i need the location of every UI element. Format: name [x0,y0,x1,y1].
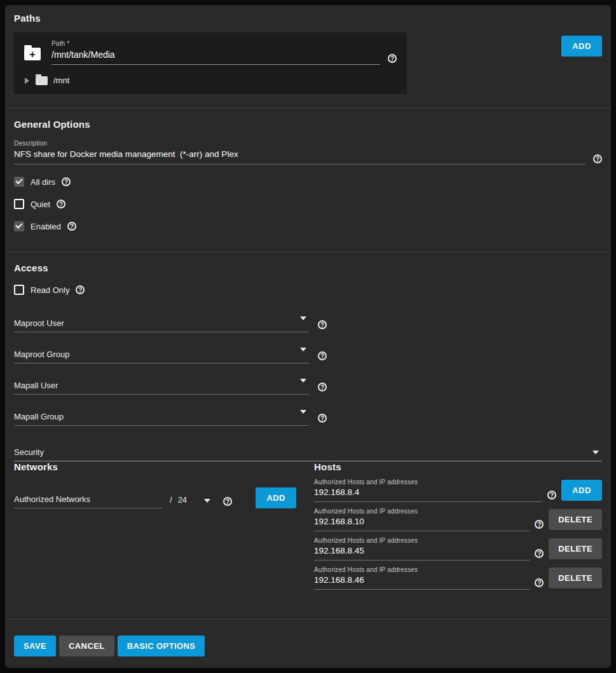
host-field-value[interactable]: 192.168.8.46 [314,575,530,590]
tree-node-mnt[interactable]: /mnt [24,76,397,85]
description-input[interactable]: Description NFS share for Docker media m… [14,140,585,165]
paths-section: Paths Path * /mnt/tank/Media /mnt [5,5,611,109]
host-field-label: Authorized Hosts and IP addresses [314,508,530,515]
host-field-value[interactable]: 192.168.8.45 [314,546,530,561]
readonly-label: Read Only [31,285,69,295]
networks-add-button[interactable]: ADD [256,487,296,508]
mapall-user-row: Mapall User [14,376,602,395]
host-field-label: Authorized Hosts and IP addresses [314,479,542,486]
folder-add-icon[interactable] [24,48,41,60]
networks-hosts-section: Networks Authorized Networks / 24 ADD Ho… [5,453,611,620]
help-icon[interactable] [76,285,85,294]
path-picker-panel: Path * /mnt/tank/Media /mnt [14,32,407,94]
maproot-user-row: Maproot User [14,313,602,332]
chevron-down-icon[interactable] [300,410,306,414]
host-input[interactable]: Authorized Hosts and IP addresses 192.16… [314,566,530,590]
general-options-section: General Options Description NFS share fo… [5,109,611,252]
host-field-label: Authorized Hosts and IP addresses [314,566,530,573]
hosts-add-button[interactable]: ADD [561,480,602,501]
help-icon[interactable] [593,154,602,163]
mapall-group-label: Mapall Group [14,412,64,425]
help-icon[interactable] [388,54,397,63]
help-icon[interactable] [547,491,556,500]
help-icon[interactable] [318,383,327,391]
readonly-checkbox[interactable] [14,285,24,295]
paths-add-button[interactable]: ADD [561,36,602,57]
host-input[interactable]: Authorized Hosts and IP addresses 192.16… [314,479,542,502]
authorized-networks-input[interactable]: Authorized Networks [14,494,163,508]
host-delete-button[interactable]: DELETE [549,568,602,588]
mapall-user-label: Mapall User [14,381,58,394]
maproot-user-select[interactable]: Maproot User [14,313,309,332]
enabled-checkbox-row: Enabled [14,221,602,231]
host-input[interactable]: Authorized Hosts and IP addresses 192.16… [314,508,530,531]
description-value[interactable]: NFS share for Docker media management (*… [14,149,585,165]
screen: Paths Path * /mnt/tank/Media /mnt [0,0,616,673]
security-label: Security [14,447,44,461]
nfs-share-form-card: Paths Path * /mnt/tank/Media /mnt [5,5,611,668]
help-icon[interactable] [62,177,71,186]
netmask-separator: / [170,495,172,505]
hosts-column: Hosts Authorized Hosts and IP addresses … [314,461,602,619]
tree-node-label: /mnt [53,76,69,85]
tree-expand-icon[interactable] [25,78,29,84]
quiet-checkbox-row: Quiet [14,199,602,209]
folder-icon [36,76,48,85]
authorized-networks-row: Authorized Networks / 24 ADD [14,487,314,508]
host-input[interactable]: Authorized Hosts and IP addresses 192.16… [314,537,530,561]
description-label: Description [14,140,585,147]
chevron-down-icon[interactable] [592,451,599,454]
alldirs-checkbox[interactable] [14,177,24,187]
enabled-checkbox[interactable] [14,221,24,231]
chevron-down-icon[interactable] [300,348,306,351]
help-icon[interactable] [318,351,327,360]
security-select[interactable]: Security [14,438,602,461]
authorized-networks-label: Authorized Networks [14,494,163,508]
mapall-group-row: Mapall Group [14,407,602,426]
alldirs-label: All dirs [31,177,55,187]
chevron-down-icon[interactable] [300,316,306,320]
quiet-checkbox[interactable] [14,199,24,209]
host-delete-button[interactable]: DELETE [549,538,602,559]
networks-title: Networks [14,461,314,472]
help-icon[interactable] [318,320,327,329]
general-options-title: General Options [14,119,602,130]
host-row: Authorized Hosts and IP addresses 192.16… [314,537,602,561]
host-field-value[interactable]: 192.168.8.10 [314,517,530,531]
save-button[interactable]: SAVE [14,636,56,656]
host-row: Authorized Hosts and IP addresses 192.16… [314,566,602,590]
path-input[interactable]: Path * /mnt/tank/Media [51,40,380,65]
form-actions: SAVE CANCEL BASIC OPTIONS [5,620,611,668]
host-delete-button[interactable]: DELETE [549,509,602,530]
cancel-button[interactable]: CANCEL [59,636,114,656]
basic-options-button[interactable]: BASIC OPTIONS [118,636,205,656]
help-icon[interactable] [535,549,544,558]
paths-section-title: Paths [14,13,602,24]
path-field-value[interactable]: /mnt/tank/Media [51,50,380,65]
mapall-user-select[interactable]: Mapall User [14,376,309,395]
alldirs-checkbox-row: All dirs [14,177,602,187]
quiet-label: Quiet [31,200,50,209]
help-icon[interactable] [318,414,327,423]
chevron-down-icon[interactable] [300,379,306,383]
maproot-group-select[interactable]: Maproot Group [14,344,309,364]
help-icon[interactable] [67,222,76,231]
maproot-user-label: Maproot User [14,318,64,332]
host-field-value[interactable]: 192.168.8.4 [314,487,542,502]
maproot-group-label: Maproot Group [14,350,69,363]
access-section: Access Read Only Maproot User Maproot Gr… [5,252,611,453]
mapall-group-select[interactable]: Mapall Group [14,407,309,426]
access-section-title: Access [14,262,602,273]
host-row: Authorized Hosts and IP addresses 192.16… [314,479,602,502]
help-icon[interactable] [57,200,65,208]
readonly-checkbox-row: Read Only [14,285,602,295]
chevron-down-icon[interactable] [204,499,210,503]
help-icon[interactable] [223,497,232,506]
host-row: Authorized Hosts and IP addresses 192.16… [314,508,602,531]
help-icon[interactable] [535,578,544,587]
path-field-label: Path * [51,40,380,47]
enabled-label: Enabled [31,222,61,231]
help-icon[interactable] [535,520,544,529]
netmask-select[interactable]: 24 [178,495,187,505]
hosts-title: Hosts [314,461,602,472]
